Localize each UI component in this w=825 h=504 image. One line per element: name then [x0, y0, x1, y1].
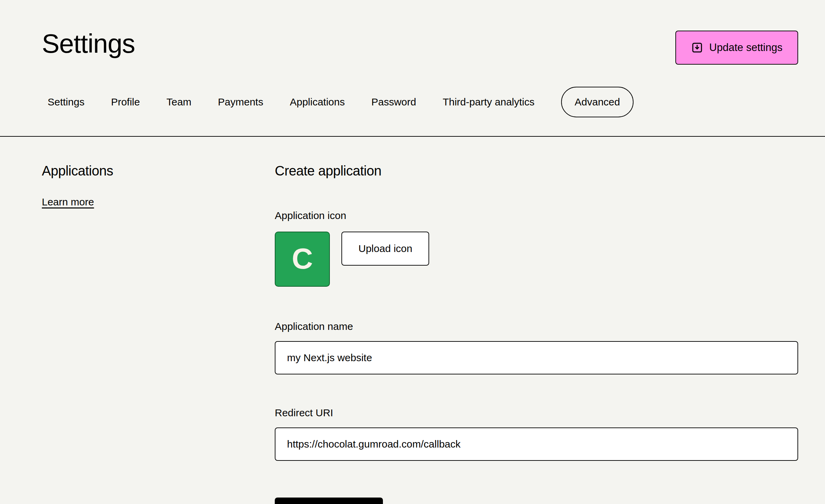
upload-icon-button[interactable]: Upload icon	[341, 232, 429, 266]
tab-applications[interactable]: Applications	[290, 96, 345, 108]
application-icon-preview: C	[275, 232, 330, 287]
create-application-form: Create application Application icon C Up…	[275, 163, 798, 504]
application-icon-label: Application icon	[275, 210, 798, 221]
learn-more-link[interactable]: Learn more	[42, 196, 94, 208]
redirect-uri-input[interactable]	[275, 427, 798, 461]
create-application-button[interactable]: Create application	[275, 498, 383, 504]
tab-profile[interactable]: Profile	[111, 96, 140, 108]
section-title: Applications	[42, 163, 275, 179]
application-icon-letter: C	[292, 244, 313, 273]
tab-advanced[interactable]: Advanced	[561, 87, 634, 117]
save-icon	[691, 41, 703, 54]
tab-payments[interactable]: Payments	[218, 96, 263, 108]
page-header: Settings Update settings	[0, 0, 825, 65]
redirect-uri-label: Redirect URI	[275, 407, 798, 419]
application-icon-row: C Upload icon	[275, 232, 798, 287]
section-info-column: Applications Learn more	[42, 163, 275, 504]
tab-third-party-analytics[interactable]: Third-party analytics	[443, 96, 535, 108]
main-content: Applications Learn more Create applicati…	[0, 137, 825, 504]
application-name-input[interactable]	[275, 341, 798, 374]
tab-team[interactable]: Team	[166, 96, 191, 108]
page-title: Settings	[42, 30, 135, 58]
tab-settings[interactable]: Settings	[48, 96, 84, 108]
application-name-label: Application name	[275, 321, 798, 332]
update-settings-label: Update settings	[709, 41, 782, 54]
form-title: Create application	[275, 163, 798, 179]
update-settings-button[interactable]: Update settings	[675, 31, 798, 65]
settings-nav: Settings Profile Team Payments Applicati…	[48, 86, 825, 118]
tab-password[interactable]: Password	[371, 96, 416, 108]
